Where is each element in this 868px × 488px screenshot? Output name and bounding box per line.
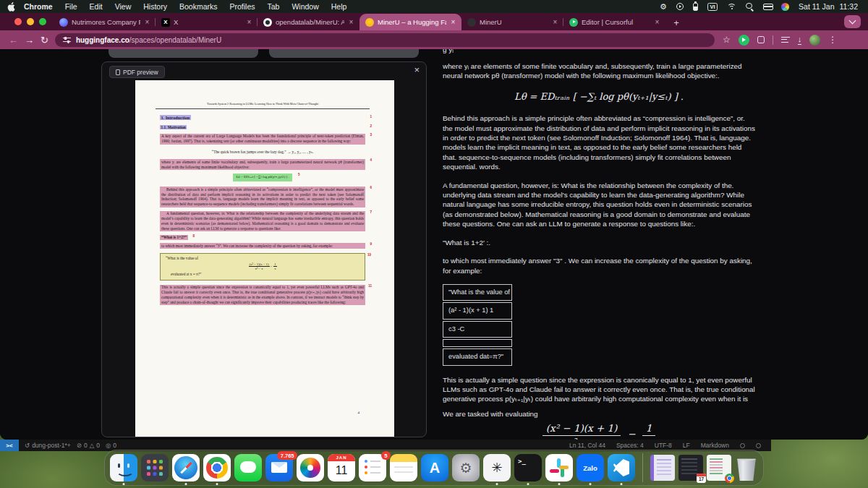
dock-slack-icon[interactable]	[545, 454, 573, 481]
annotation-number: 10	[367, 253, 371, 258]
window-calendar-badge: 17	[697, 474, 706, 483]
problems-button[interactable]: ⊘0 △0	[77, 442, 100, 449]
spotlight-icon[interactable]	[746, 3, 754, 11]
annotation-number: 3	[370, 133, 372, 138]
tab-nutrimores[interactable]: Nutrimores Company Profile ×	[54, 14, 156, 30]
ports-button[interactable]: ◎0	[106, 442, 116, 449]
control-center-icon[interactable]	[763, 4, 772, 10]
tab-x[interactable]: X X ×	[156, 14, 258, 30]
zoom-window-button[interactable]	[39, 18, 46, 25]
pdf-page[interactable]: Towards System 2 Reasoning in LLMs: Lear…	[135, 80, 394, 437]
language-mode[interactable]: Markdown	[701, 442, 729, 449]
dock-messages-icon[interactable]	[234, 454, 262, 481]
markdown-paragraph: "What is 1+2′ :.	[443, 238, 755, 247]
downloads-icon[interactable]: ↓	[798, 35, 802, 45]
site-settings-icon[interactable]	[63, 37, 71, 43]
close-panel-icon[interactable]: ×	[414, 64, 420, 75]
url-path: /spaces/opendatalab/MinerU	[129, 36, 221, 44]
git-branch-button[interactable]: ↺dung-post-1*+	[25, 442, 71, 449]
back-button[interactable]: ←	[9, 35, 18, 45]
menu-edit[interactable]: Edit	[90, 2, 103, 11]
markdown-paragraph: This is actually a simple question since…	[443, 375, 755, 403]
menu-window[interactable]: Window	[292, 2, 318, 11]
menubar-time[interactable]: 11:32	[840, 2, 859, 11]
address-bar[interactable]: huggingface.co/spaces/opendatalab/MinerU	[55, 33, 715, 47]
minimized-window-document[interactable]	[650, 455, 675, 481]
encoding[interactable]: UTF-8	[655, 442, 672, 449]
dock-chatgpt-icon[interactable]: ✳	[483, 454, 511, 481]
reload-button[interactable]: ↻	[41, 35, 48, 45]
pdf-preview-tab[interactable]: PDF preview	[109, 66, 165, 78]
screen-record-icon[interactable]	[676, 3, 684, 10]
new-tab-button[interactable]: +	[668, 14, 684, 30]
input-source-indicator[interactable]: VI	[707, 3, 718, 11]
tab-search-chevron-button[interactable]	[844, 15, 861, 28]
minimized-window-editor[interactable]	[707, 455, 731, 481]
menu-bookmarks[interactable]: Bookmarks	[179, 2, 218, 11]
tab-mineru[interactable]: MinerU ×	[461, 14, 563, 30]
cutoff-button-left[interactable]	[109, 49, 258, 58]
tab-close-icon[interactable]: ×	[142, 18, 152, 26]
menu-tab[interactable]: Tab	[267, 2, 279, 11]
warning-icon: △	[90, 442, 95, 449]
dock-reminders-icon[interactable]: 5	[359, 454, 386, 481]
dock-appstore-icon[interactable]: A	[421, 454, 448, 481]
tab-cursorful[interactable]: Editor | Cursorful ×	[563, 14, 665, 30]
battery-icon[interactable]	[693, 3, 698, 11]
port-icon: ◎	[106, 442, 111, 449]
dock-photos-icon[interactable]	[297, 454, 324, 481]
wifi-icon[interactable]	[727, 4, 736, 10]
cutoff-button-right[interactable]	[269, 49, 419, 58]
menu-history[interactable]: History	[143, 2, 167, 11]
menubar-date[interactable]: Sat 11 Jan	[799, 2, 834, 11]
apple-menu[interactable]	[7, 2, 15, 12]
dock-system-settings-icon[interactable]: ⚙	[452, 454, 480, 481]
remote-indicator-button[interactable]: ><	[0, 440, 19, 451]
minimize-window-button[interactable]	[27, 18, 34, 25]
dock-vscode-icon[interactable]	[608, 454, 635, 481]
gear-icon[interactable]: ⚙	[660, 2, 667, 12]
reminders-badge: 5	[381, 451, 391, 460]
profile-avatar[interactable]	[809, 35, 820, 46]
markdown-output-panel[interactable]: g yᵢ where yᵢ are elements of some finit…	[443, 49, 755, 440]
dock-mail-icon[interactable]: 7.765	[265, 454, 293, 481]
dock-zalo-icon[interactable]: Zalo	[576, 454, 604, 481]
menu-chrome[interactable]: Chrome	[24, 2, 53, 11]
cursor-position[interactable]: Ln 11, Col 44	[569, 442, 605, 449]
menu-profiles[interactable]: Profiles	[229, 2, 255, 11]
minimized-window-dark[interactable]: 17	[678, 455, 703, 481]
dock-chrome-icon[interactable]	[203, 454, 231, 481]
dock-terminal-icon[interactable]: >_	[514, 454, 542, 481]
dock-trash-icon[interactable]	[735, 455, 758, 481]
browser-toolbar: ← → ↻ huggingface.co/spaces/opendatalab/…	[0, 30, 868, 49]
dock-notes-icon[interactable]	[390, 454, 417, 481]
dock-finder-icon[interactable]	[110, 454, 137, 481]
tab-title: X	[174, 18, 242, 26]
dock-launchpad-icon[interactable]	[141, 454, 169, 481]
tab-close-icon[interactable]: ×	[244, 18, 254, 26]
menu-view[interactable]: View	[115, 2, 132, 11]
menu-file[interactable]: File	[65, 2, 77, 11]
forward-button[interactable]: →	[25, 35, 34, 45]
tab-close-icon[interactable]: ×	[448, 18, 458, 26]
menu-help[interactable]: Help	[331, 2, 347, 11]
bell-icon[interactable]	[756, 443, 761, 448]
paper-running-head: Towards System 2 Reasoning in LLMs: Lear…	[156, 102, 370, 109]
color-wheel-icon[interactable]	[781, 3, 789, 11]
extensions-icon[interactable]	[757, 36, 765, 43]
tab-close-icon[interactable]: ×	[346, 18, 356, 26]
bookmark-star-icon[interactable]: ☆	[723, 35, 731, 45]
tab-close-icon[interactable]: ×	[652, 18, 662, 26]
feedback-icon[interactable]	[740, 443, 745, 448]
tab-huggingface-mineru[interactable]: MinerU – a Hugging Face Spa ×	[359, 14, 461, 30]
close-window-button[interactable]	[14, 18, 22, 25]
dock-safari-icon[interactable]	[172, 454, 200, 481]
media-controls-icon[interactable]	[781, 36, 790, 43]
dock-calendar-icon[interactable]: JAN11	[328, 454, 355, 481]
cursorful-extension-icon[interactable]	[739, 35, 749, 46]
tab-github-mineru[interactable]: opendatalab/MinerU: A high- ×	[258, 14, 359, 30]
indentation[interactable]: Spaces: 4	[616, 442, 644, 449]
tab-close-icon[interactable]: ×	[550, 18, 560, 26]
eol-type[interactable]: LF	[683, 442, 690, 449]
menu-dots-icon[interactable]: ⋮	[828, 35, 837, 45]
